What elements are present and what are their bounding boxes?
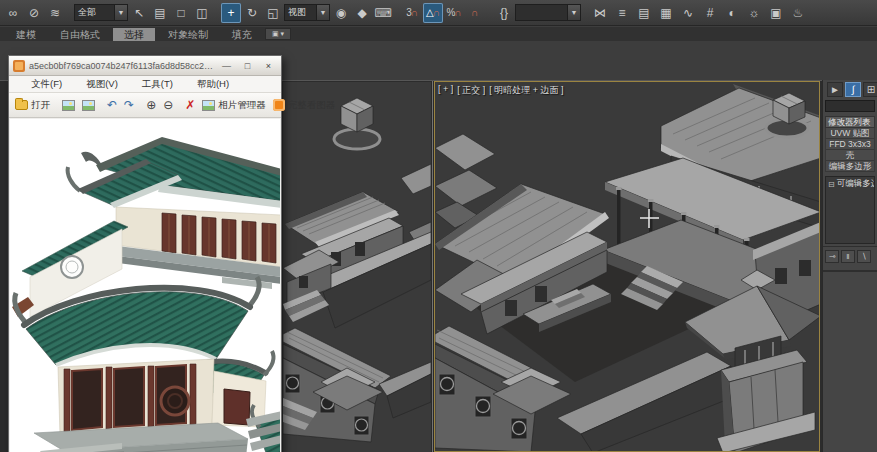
photo-manager-button[interactable]: 相片管理器 bbox=[199, 97, 269, 114]
select-and-rotate-icon[interactable]: ↻ bbox=[242, 3, 262, 23]
viewer-menu-item[interactable]: 工具(T) bbox=[130, 78, 185, 91]
zoom-in-icon: ⊕ bbox=[146, 98, 156, 112]
edit-named-selection-sets-icon[interactable]: {} bbox=[494, 3, 514, 23]
viewport-right-active[interactable]: [ + ] [ 正交 ] [ 明暗处理 + 边面 ] bbox=[434, 81, 820, 452]
viewport-menu-shading[interactable]: [ 明暗处理 + 边面 ] bbox=[489, 84, 563, 97]
curve-editor-icon[interactable]: ∿ bbox=[678, 3, 698, 23]
ribbon-tab[interactable]: 建模 bbox=[5, 28, 47, 41]
viewport-menu-pov[interactable]: [ 正交 ] bbox=[457, 84, 485, 97]
modifier-stack-item[interactable]: 编辑多边形 bbox=[825, 161, 875, 172]
zoom-out-icon: ⊖ bbox=[163, 98, 173, 112]
ribbon-tab[interactable]: 自由格式 bbox=[49, 28, 111, 41]
main-toolbar: ∞⊘≋ 全部 ▼ ↖▤□◫ +↻◱ 视图 ▼ ◉◆⌨ 3∩△∩%∩∩ {} ▼ bbox=[0, 0, 877, 26]
base-object-label: 可编辑多边形 bbox=[837, 178, 874, 190]
ribbon-overflow-icon: ▣ ▾ bbox=[272, 30, 284, 38]
select-object-icon[interactable]: ↖ bbox=[129, 3, 149, 23]
browse-images-button[interactable] bbox=[79, 98, 98, 113]
schematic-view-icon[interactable]: # bbox=[700, 3, 720, 23]
open-folder-icon bbox=[15, 100, 28, 110]
viewer-menu-item[interactable]: 帮助(H) bbox=[185, 78, 241, 91]
keyboard-shortcut-override-icon[interactable]: ⌨ bbox=[373, 3, 393, 23]
ribbon-tab[interactable]: 对象绘制 bbox=[157, 28, 219, 41]
transform-icon-group: +↻◱ bbox=[221, 3, 283, 23]
percent-snap-icon[interactable]: %∩ bbox=[444, 3, 464, 23]
ribbon-toggle-icon[interactable]: ▦ bbox=[656, 3, 676, 23]
zoom-in-button[interactable]: ⊕ bbox=[143, 96, 159, 114]
create-tab[interactable]: ► bbox=[827, 82, 843, 97]
ribbon-tab[interactable]: 填充 bbox=[221, 28, 263, 41]
modifier-stack-listbox[interactable]: ⊟ 可编辑多边形 bbox=[825, 176, 875, 244]
rendered-frame-icon[interactable]: ▣ bbox=[766, 3, 786, 23]
minimize-button[interactable]: — bbox=[218, 59, 235, 73]
maximize-button[interactable]: □ bbox=[239, 59, 256, 73]
rotate-left-button[interactable]: ↶ bbox=[104, 96, 120, 114]
viewport-right-scene[interactable] bbox=[435, 82, 820, 452]
3ds-max-window: ∞⊘≋ 全部 ▼ ↖▤□◫ +↻◱ 视图 ▼ ◉◆⌨ 3∩△∩%∩∩ {} ▼ bbox=[0, 0, 877, 452]
snap-icon-group: 3∩△∩%∩∩ bbox=[402, 3, 485, 23]
full-viewer-button[interactable]: 完整看图器 bbox=[270, 97, 339, 114]
base-object-row[interactable]: ⊟ 可编辑多边形 bbox=[826, 177, 874, 191]
stack-toolbar: ⊸‖∖ bbox=[823, 246, 877, 266]
snap-toggle-3d-icon[interactable]: 3∩ bbox=[402, 3, 422, 23]
rotate-right-button[interactable]: ↷ bbox=[121, 96, 137, 114]
select-and-manipulate-icon[interactable]: ◆ bbox=[352, 3, 372, 23]
stack-button-group: ⊸‖∖ bbox=[825, 250, 871, 263]
viewer-app-icon bbox=[13, 60, 25, 72]
open-button[interactable]: 打开 bbox=[12, 97, 53, 114]
layer-manager-icon[interactable]: ▤ bbox=[634, 3, 654, 23]
angle-snap-icon[interactable]: △∩ bbox=[423, 3, 443, 23]
coordinate-system-dropdown[interactable]: 视图 ▼ bbox=[284, 4, 330, 21]
viewport-left-scene[interactable] bbox=[283, 82, 431, 452]
unlink-selection-icon[interactable]: ⊘ bbox=[24, 3, 44, 23]
use-pivot-point-center-icon[interactable]: ◉ bbox=[331, 3, 351, 23]
delete-x-icon: ✗ bbox=[185, 98, 195, 112]
bind-to-space-warp-icon[interactable]: ≋ bbox=[45, 3, 65, 23]
delete-button[interactable]: ✗ bbox=[182, 96, 198, 114]
ribbon-tab-bar: 建模自由格式选择对象绘制填充 ▣ ▾ bbox=[0, 27, 877, 41]
viewport-menu-general[interactable]: [ + ] bbox=[438, 84, 453, 97]
link-icon-group: ∞⊘≋ bbox=[3, 3, 65, 23]
viewer-menu-bar: 文件(F)视图(V)工具(T)帮助(H) bbox=[9, 76, 281, 93]
select-and-scale-icon[interactable]: ◱ bbox=[263, 3, 283, 23]
modify-tab[interactable]: ∫ bbox=[845, 82, 861, 97]
selection-filter-dropdown[interactable]: 全部 ▼ bbox=[74, 4, 128, 21]
window-crossing-icon[interactable]: ◫ bbox=[192, 3, 212, 23]
pin-stack-button[interactable]: ⊸ bbox=[825, 250, 839, 263]
spinner-snap-icon[interactable]: ∩ bbox=[465, 3, 485, 23]
view-image-button[interactable] bbox=[59, 98, 78, 113]
pictures-icon bbox=[82, 100, 95, 111]
viewport-left[interactable] bbox=[283, 82, 431, 452]
panel-tab-group: ►∫⊞ bbox=[827, 82, 877, 97]
named-selection-sets-dropdown[interactable]: ▼ bbox=[515, 4, 581, 21]
modifier-stack-item[interactable]: FFD 3x3x3 bbox=[825, 139, 875, 150]
align-icon[interactable]: ≡ bbox=[612, 3, 632, 23]
command-panel-tabs: ►∫⊞ bbox=[823, 80, 877, 98]
command-panel: ►∫⊞ 修改器列表 UVW 贴图FFD 3x3x3壳编辑多边形 ⊟ 可编辑多边形… bbox=[822, 80, 877, 452]
ribbon-overflow-button[interactable]: ▣ ▾ bbox=[265, 28, 291, 40]
object-name-field[interactable] bbox=[825, 100, 875, 112]
modifier-stack-item[interactable]: UVW 贴图 bbox=[825, 128, 875, 139]
ribbon-tab[interactable]: 选择 bbox=[113, 28, 155, 41]
viewer-menu-item[interactable]: 文件(F) bbox=[19, 78, 74, 91]
collapse-icon[interactable]: ⊟ bbox=[828, 180, 835, 189]
render-setup-icon[interactable]: ☼ bbox=[744, 3, 764, 23]
mirror-icon[interactable]: ⋈ bbox=[590, 3, 610, 23]
chevron-down-icon: ▼ bbox=[567, 5, 580, 20]
select-and-link-icon[interactable]: ∞ bbox=[3, 3, 23, 23]
select-and-move-icon[interactable]: + bbox=[221, 3, 241, 23]
material-editor-icon[interactable]: ◐ bbox=[722, 3, 742, 23]
make-unique-button[interactable]: ∖ bbox=[857, 250, 871, 263]
viewer-menu-item[interactable]: 视图(V) bbox=[74, 78, 130, 91]
select-by-name-icon[interactable]: ▤ bbox=[150, 3, 170, 23]
zoom-out-button[interactable]: ⊖ bbox=[160, 96, 176, 114]
rotate-right-icon: ↷ bbox=[124, 98, 134, 112]
render-production-icon[interactable]: ♨ bbox=[788, 3, 808, 23]
modifier-stack-item[interactable]: 壳 bbox=[825, 150, 875, 161]
viewer-title-bar[interactable]: a5ecb0bf769ca0074b247f6113fa6d8d58cc2217… bbox=[9, 56, 281, 76]
select-icon-group: ↖▤□◫ bbox=[129, 3, 212, 23]
rectangular-selection-region-icon[interactable]: □ bbox=[171, 3, 191, 23]
hierarchy-tab[interactable]: ⊞ bbox=[863, 82, 877, 97]
show-end-result-button[interactable]: ‖ bbox=[841, 250, 855, 263]
modifier-list-dropdown[interactable]: 修改器列表 bbox=[825, 116, 875, 128]
close-button[interactable]: × bbox=[260, 59, 277, 73]
